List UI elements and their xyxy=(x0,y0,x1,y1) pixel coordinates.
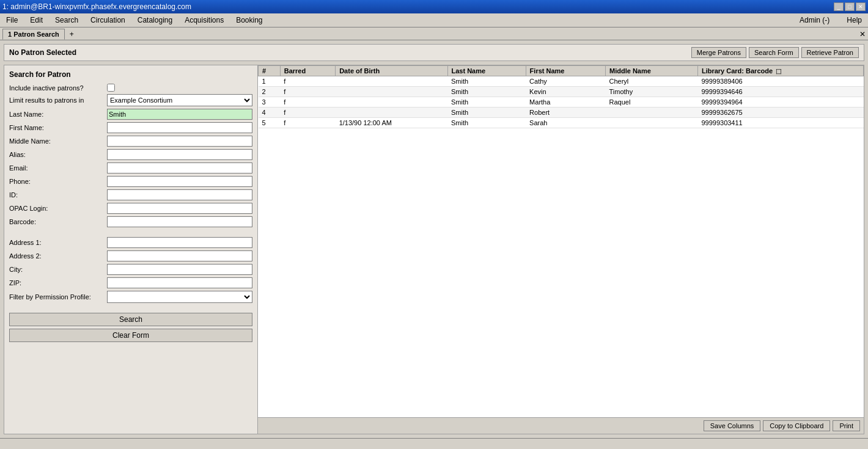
cell-middle: Cheryl xyxy=(606,76,698,87)
address2-input[interactable] xyxy=(107,250,252,261)
table-header-row: # Barred Date of Birth Last Name First N… xyxy=(259,66,864,76)
permission-profile-select[interactable] xyxy=(107,291,252,303)
cell-barred: f xyxy=(280,87,335,97)
cell-dob xyxy=(336,87,447,97)
minimize-button[interactable]: _ xyxy=(834,2,844,11)
titlebar-controls: _ □ ✕ xyxy=(834,2,866,11)
middle-name-input[interactable] xyxy=(107,136,252,147)
menu-file[interactable]: File xyxy=(2,15,21,26)
results-table-wrapper[interactable]: # Barred Date of Birth Last Name First N… xyxy=(258,65,864,417)
table-row[interactable]: 3 f Smith Martha Raquel 99999394964 xyxy=(259,97,864,108)
cell-barcode: 99999389406 xyxy=(697,76,863,87)
table-row[interactable]: 5 f 1/13/90 12:00 AM Smith Sarah 9999930… xyxy=(259,118,864,128)
address1-label: Address 1: xyxy=(9,239,107,246)
cell-last: Smith xyxy=(447,87,526,97)
address1-input[interactable] xyxy=(107,237,252,248)
help-menu[interactable]: Help xyxy=(843,15,866,26)
limit-patrons-label: Limit results to patrons in xyxy=(9,97,107,104)
alias-row: Alias: xyxy=(9,149,252,160)
opac-login-label: OPAC Login: xyxy=(9,205,107,212)
limit-patrons-select[interactable]: Example Consortium xyxy=(107,94,252,106)
menu-edit[interactable]: Edit xyxy=(26,15,46,26)
menubar: File Edit Search Circulation Cataloging … xyxy=(0,13,868,27)
cell-num: 3 xyxy=(259,97,281,108)
tab-patron-search[interactable]: 1 Patron Search xyxy=(2,29,65,40)
admin-menu[interactable]: Admin (-) xyxy=(796,15,833,26)
cell-num: 1 xyxy=(259,76,281,87)
id-input[interactable] xyxy=(107,189,252,200)
patron-status: No Patron Selected xyxy=(9,48,76,57)
main-content: No Patron Selected Merge Patrons Search … xyxy=(0,40,868,438)
restore-button[interactable]: □ xyxy=(845,2,855,11)
cell-last: Smith xyxy=(447,108,526,118)
table-row[interactable]: 2 f Smith Kevin Timothy 99999394646 xyxy=(259,87,864,97)
middle-name-row: Middle Name: xyxy=(9,136,252,147)
cell-first: Sarah xyxy=(526,118,605,128)
col-num[interactable]: # xyxy=(259,66,281,76)
search-form-button[interactable]: Search Form xyxy=(749,47,799,58)
last-name-input[interactable] xyxy=(107,109,252,120)
cell-barred: f xyxy=(280,108,335,118)
col-first[interactable]: First Name xyxy=(526,66,605,76)
alias-label: Alias: xyxy=(9,151,107,158)
menu-acquisitions[interactable]: Acquisitions xyxy=(181,15,227,26)
opac-login-row: OPAC Login: xyxy=(9,203,252,214)
save-columns-button[interactable]: Save Columns xyxy=(704,420,761,431)
barcode-input[interactable] xyxy=(107,216,252,227)
cell-middle: Raquel xyxy=(606,97,698,108)
city-row: City: xyxy=(9,264,252,275)
zip-row: ZIP: xyxy=(9,277,252,288)
cell-dob xyxy=(336,97,447,108)
infobar: No Patron Selected Merge Patrons Search … xyxy=(4,44,864,61)
close-button[interactable]: ✕ xyxy=(856,2,866,11)
col-barcode[interactable]: Library Card: Barcode ⬚ xyxy=(697,66,863,76)
col-last[interactable]: Last Name xyxy=(447,66,526,76)
print-button[interactable]: Print xyxy=(833,420,860,431)
address2-row: Address 2: xyxy=(9,250,252,261)
col-dob[interactable]: Date of Birth xyxy=(336,66,447,76)
permission-profile-label: Filter by Permission Profile: xyxy=(9,293,107,301)
menu-booking[interactable]: Booking xyxy=(232,15,266,26)
tab-add[interactable]: + xyxy=(66,29,78,40)
last-name-label: Last Name: xyxy=(9,111,107,118)
include-inactive-checkbox[interactable] xyxy=(107,84,115,92)
col-middle[interactable]: Middle Name xyxy=(606,66,698,76)
cell-last: Smith xyxy=(447,118,526,128)
merge-patrons-button[interactable]: Merge Patrons xyxy=(691,47,746,58)
search-button[interactable]: Search xyxy=(9,313,252,326)
col-resize-icon[interactable]: ⬚ xyxy=(774,68,782,75)
col-barred[interactable]: Barred xyxy=(280,66,335,76)
table-row[interactable]: 1 f Smith Cathy Cheryl 99999389406 xyxy=(259,76,864,87)
cell-barred: f xyxy=(280,97,335,108)
first-name-input[interactable] xyxy=(107,122,252,133)
phone-input[interactable] xyxy=(107,176,252,187)
zip-input[interactable] xyxy=(107,277,252,288)
statusbar xyxy=(0,438,868,449)
email-label: Email: xyxy=(9,164,107,172)
city-label: City: xyxy=(9,266,107,273)
menu-search[interactable]: Search xyxy=(51,15,82,26)
email-input[interactable] xyxy=(107,162,252,173)
phone-label: Phone: xyxy=(9,178,107,185)
close-tab-icon[interactable]: ✕ xyxy=(859,30,866,38)
menu-cataloging[interactable]: Cataloging xyxy=(134,15,176,26)
menu-circulation[interactable]: Circulation xyxy=(87,15,129,26)
search-form-panel: Search for Patron Include inactive patro… xyxy=(4,65,258,434)
address1-row: Address 1: xyxy=(9,237,252,248)
results-tbody: 1 f Smith Cathy Cheryl 99999389406 2 f S… xyxy=(259,76,864,128)
cell-first: Martha xyxy=(526,97,605,108)
table-row[interactable]: 4 f Smith Robert 99999362675 xyxy=(259,108,864,118)
opac-login-input[interactable] xyxy=(107,203,252,214)
copy-to-clipboard-button[interactable]: Copy to Clipboard xyxy=(763,420,830,431)
include-inactive-row: Include inactive patrons? xyxy=(9,84,252,92)
retrieve-patron-button[interactable]: Retrieve Patron xyxy=(801,47,859,58)
cell-middle xyxy=(606,118,698,128)
cell-first: Cathy xyxy=(526,76,605,87)
cell-middle: Timothy xyxy=(606,87,698,97)
alias-input[interactable] xyxy=(107,149,252,160)
cell-dob xyxy=(336,76,447,87)
city-input[interactable] xyxy=(107,264,252,275)
cell-num: 5 xyxy=(259,118,281,128)
include-inactive-label: Include inactive patrons? xyxy=(9,84,107,92)
clear-form-button[interactable]: Clear Form xyxy=(9,329,252,342)
